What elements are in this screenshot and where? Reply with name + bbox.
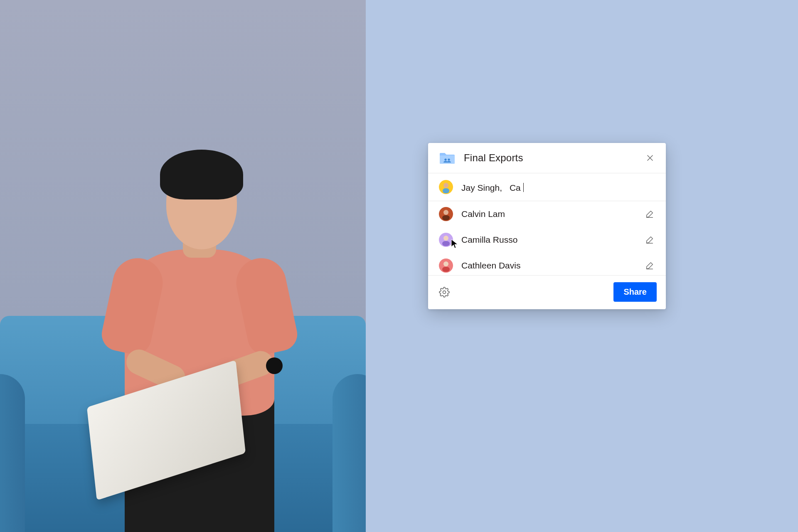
- shared-folder-icon: [439, 151, 456, 165]
- dialog-footer: Share: [428, 276, 666, 309]
- avatar: [439, 180, 453, 194]
- svg-point-4: [443, 210, 448, 215]
- text-caret: [523, 183, 524, 192]
- suggestion-name: Calvin Lam: [461, 209, 637, 219]
- right-panel: Final Exports Jay Singh, Ca: [366, 0, 798, 532]
- settings-icon[interactable]: [439, 287, 450, 298]
- edit-permission-icon[interactable]: [645, 235, 654, 244]
- svg-point-1: [448, 158, 450, 160]
- svg-point-10: [443, 291, 446, 293]
- entered-chip: Jay Singh,: [461, 183, 502, 193]
- avatar: [439, 233, 453, 247]
- suggestion-item[interactable]: Cathleen Davis: [428, 253, 666, 275]
- suggestion-list: Calvin Lam Camilla Russo: [428, 201, 666, 276]
- svg-point-2: [443, 183, 448, 188]
- person-illustration: [75, 125, 308, 532]
- svg-point-8: [443, 261, 448, 266]
- edit-permission-icon[interactable]: [645, 209, 654, 219]
- svg-rect-7: [442, 241, 450, 246]
- suggestion-item[interactable]: Camilla Russo: [428, 227, 666, 253]
- edit-permission-icon[interactable]: [645, 261, 654, 270]
- suggestion-item[interactable]: Calvin Lam: [428, 201, 666, 227]
- suggestion-name: Cathleen Davis: [461, 261, 637, 271]
- suggestion-name: Camilla Russo: [461, 235, 637, 245]
- svg-point-6: [443, 236, 448, 241]
- recipient-input[interactable]: Jay Singh, Ca: [428, 173, 666, 201]
- svg-rect-5: [442, 215, 450, 220]
- svg-rect-9: [442, 267, 450, 272]
- share-button[interactable]: Share: [613, 282, 657, 302]
- svg-rect-3: [443, 188, 449, 193]
- hero-photo: [0, 0, 366, 532]
- dialog-title: Final Exports: [464, 152, 638, 164]
- svg-point-0: [444, 158, 446, 160]
- recipient-input-text: Jay Singh, Ca: [461, 182, 524, 193]
- share-dialog: Final Exports Jay Singh, Ca: [428, 143, 666, 309]
- dialog-header: Final Exports: [428, 143, 666, 173]
- close-icon[interactable]: [646, 154, 654, 162]
- avatar: [439, 207, 453, 221]
- avatar: [439, 259, 453, 273]
- typing-fragment: Ca: [510, 183, 521, 193]
